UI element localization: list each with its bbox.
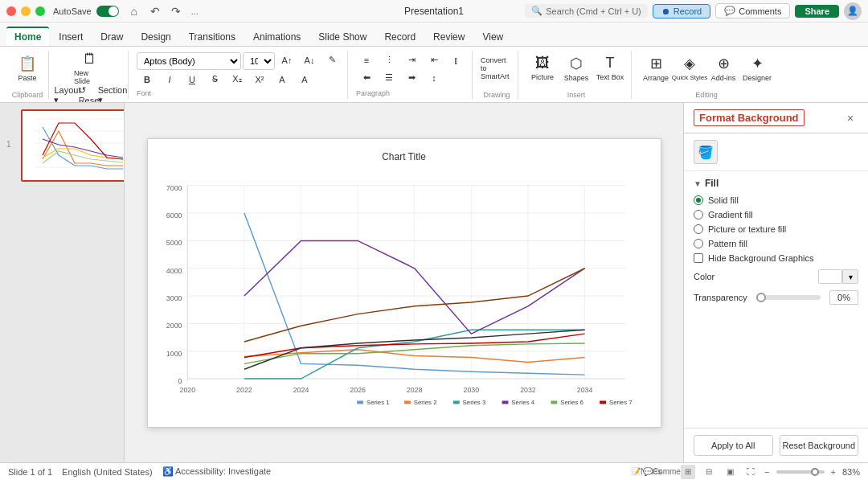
numbered-list-button[interactable]: ⋮ bbox=[379, 52, 399, 68]
add-ins-label: Add-ins bbox=[711, 74, 736, 82]
textbox-button[interactable]: T Text Box bbox=[594, 51, 626, 86]
close-panel-button[interactable]: × bbox=[842, 110, 858, 126]
svg-text:Series 1: Series 1 bbox=[366, 399, 389, 406]
solid-fill-option[interactable]: Solid fill bbox=[694, 195, 858, 205]
tab-insert[interactable]: Insert bbox=[51, 28, 91, 46]
svg-text:2028: 2028 bbox=[406, 385, 422, 393]
home-nav-icon[interactable]: ⌂ bbox=[125, 2, 143, 20]
align-center-button[interactable]: ☰ bbox=[379, 70, 399, 86]
redo-button[interactable]: ↷ bbox=[167, 2, 185, 20]
minimize-traffic-light[interactable] bbox=[21, 6, 31, 16]
font-color-button[interactable]: A bbox=[272, 72, 293, 88]
strikethrough-button[interactable]: S̶ bbox=[204, 72, 225, 88]
search-box[interactable]: 🔍 Search (Cmd + Ctrl + U) bbox=[525, 4, 648, 18]
gradient-fill-radio[interactable] bbox=[694, 210, 703, 219]
transparency-value[interactable]: 0% bbox=[829, 290, 858, 305]
reset-background-button[interactable]: Reset Background bbox=[780, 435, 859, 456]
undo-button[interactable]: ↶ bbox=[146, 2, 164, 20]
transparency-label: Transparency bbox=[694, 293, 747, 302]
outdent-button[interactable]: ⇤ bbox=[424, 52, 444, 68]
align-left-button[interactable]: ⬅ bbox=[356, 70, 377, 86]
shapes-button[interactable]: ⬡ Shapes bbox=[560, 51, 592, 86]
user-avatar[interactable]: 👤 bbox=[844, 2, 862, 20]
slide-canvas[interactable]: Chart Title 7000 6000 5000 4000 3000 200… bbox=[147, 138, 661, 428]
hide-bg-graphics-option[interactable]: Hide Background Graphics bbox=[694, 253, 858, 263]
tab-slideshow[interactable]: Slide Show bbox=[310, 28, 375, 46]
layout-button[interactable]: Layout ▾ bbox=[57, 88, 78, 104]
zoom-knob[interactable] bbox=[811, 468, 819, 476]
picture-texture-radio[interactable] bbox=[694, 224, 703, 234]
subscript-button[interactable]: X₂ bbox=[227, 72, 248, 88]
bullets-button[interactable]: ≡ bbox=[356, 52, 377, 68]
record-button[interactable]: ⏺ Record bbox=[653, 4, 710, 18]
align-row: ⬅ ☰ ➡ ↕ bbox=[356, 70, 467, 86]
pattern-fill-option[interactable]: Pattern fill bbox=[694, 239, 858, 248]
share-button[interactable]: Share bbox=[795, 5, 839, 18]
quick-styles-button[interactable]: ◈ Quick Styles bbox=[674, 51, 706, 86]
font-name-selector[interactable]: Aptos (Body) bbox=[137, 52, 241, 70]
tab-view[interactable]: View bbox=[474, 28, 511, 46]
pattern-fill-radio[interactable] bbox=[694, 239, 703, 248]
indent-button[interactable]: ⇥ bbox=[401, 52, 422, 68]
picture-texture-option[interactable]: Picture or texture fill bbox=[694, 224, 858, 234]
zoom-minus-button[interactable]: − bbox=[764, 467, 769, 477]
slide-thumbnail[interactable] bbox=[21, 109, 125, 182]
solid-fill-radio[interactable] bbox=[694, 195, 703, 205]
normal-view-button[interactable]: ⊞ bbox=[681, 465, 695, 479]
fill-section-header[interactable]: ▼ Fill bbox=[694, 178, 858, 189]
close-traffic-light[interactable] bbox=[6, 6, 16, 16]
tab-transitions[interactable]: Transitions bbox=[181, 28, 244, 46]
zoom-plus-button[interactable]: + bbox=[831, 467, 836, 477]
slide-sorter-button[interactable]: ⊟ bbox=[702, 465, 716, 479]
slideshow-view-button[interactable]: ⛶ bbox=[743, 465, 758, 479]
slider-knob[interactable] bbox=[756, 293, 766, 302]
picture-button[interactable]: 🖼 Picture bbox=[526, 51, 559, 86]
hide-bg-graphics-checkbox[interactable] bbox=[694, 253, 703, 263]
clear-format-button[interactable]: ✎ bbox=[321, 52, 342, 68]
svg-rect-38 bbox=[357, 400, 363, 404]
highlight-button[interactable]: A bbox=[294, 72, 315, 88]
tab-review[interactable]: Review bbox=[425, 28, 473, 46]
tab-draw[interactable]: Draw bbox=[92, 28, 131, 46]
designer-button[interactable]: ✦ Designer bbox=[741, 51, 773, 86]
gradient-fill-option[interactable]: Gradient fill bbox=[694, 210, 858, 219]
svg-text:7000: 7000 bbox=[166, 183, 182, 191]
line-spacing-button[interactable]: ↕ bbox=[424, 70, 444, 86]
superscript-button[interactable]: X² bbox=[249, 72, 270, 88]
comments-button[interactable]: 💬 Comments bbox=[715, 3, 790, 18]
new-slide-label: New Slide bbox=[74, 69, 106, 85]
underline-button[interactable]: U bbox=[182, 72, 203, 88]
arrange-button[interactable]: ⊞ Arrange bbox=[640, 51, 672, 86]
font-size-selector[interactable]: 10 bbox=[243, 52, 275, 70]
pattern-fill-label: Pattern fill bbox=[708, 239, 747, 248]
zoom-slider[interactable] bbox=[776, 470, 825, 474]
quick-styles-label: Quick Styles bbox=[672, 74, 707, 81]
color-swatch[interactable] bbox=[818, 269, 842, 284]
tab-design[interactable]: Design bbox=[133, 28, 178, 46]
convert-smartart-button[interactable]: Convert toSmartArt bbox=[481, 51, 513, 86]
autosave-toggle[interactable] bbox=[96, 6, 119, 17]
apply-to-all-button[interactable]: Apply to All bbox=[694, 435, 773, 456]
decrease-font-button[interactable]: A↓ bbox=[299, 52, 320, 68]
svg-text:2022: 2022 bbox=[236, 385, 252, 393]
more-options-button[interactable]: ... bbox=[191, 6, 199, 16]
new-slide-button[interactable]: 🗒 New Slide bbox=[74, 51, 106, 86]
fill-icon-button[interactable]: 🪣 bbox=[694, 140, 718, 164]
italic-button[interactable]: I bbox=[159, 72, 180, 88]
reading-view-button[interactable]: ▣ bbox=[723, 465, 737, 479]
align-right-button[interactable]: ➡ bbox=[401, 70, 422, 86]
columns-button[interactable]: ⫿ bbox=[446, 52, 467, 68]
add-ins-button[interactable]: ⊕ Add-ins bbox=[707, 51, 739, 86]
color-dropdown-button[interactable]: ▾ bbox=[842, 269, 858, 284]
transparency-slider[interactable] bbox=[756, 295, 821, 300]
section-button[interactable]: Section ▾ bbox=[102, 88, 123, 104]
comments-status-button[interactable]: 💬 Comments bbox=[660, 465, 674, 479]
tab-record[interactable]: Record bbox=[376, 28, 424, 46]
fullscreen-traffic-light[interactable] bbox=[35, 6, 45, 16]
bold-button[interactable]: B bbox=[137, 72, 158, 88]
comments-label: Comments bbox=[739, 6, 781, 16]
tab-animations[interactable]: Animations bbox=[245, 28, 309, 46]
increase-font-button[interactable]: A↑ bbox=[276, 52, 297, 68]
paste-button[interactable]: 📋 Paste bbox=[11, 51, 43, 86]
tab-home[interactable]: Home bbox=[6, 27, 49, 46]
